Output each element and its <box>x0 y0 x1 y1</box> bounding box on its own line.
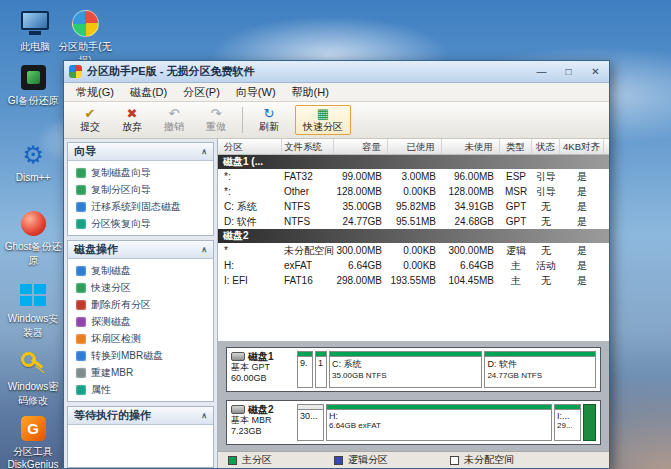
partition-block[interactable]: D: 软件 24.77GB NTFS <box>484 351 596 388</box>
desktop-icon-label: Dism++ <box>16 172 50 183</box>
column-header[interactable]: 未使用 <box>442 139 500 154</box>
sidebar-item[interactable]: 快速分区 <box>70 279 211 296</box>
item-icon <box>76 283 86 293</box>
item-icon <box>76 334 86 344</box>
refresh-button[interactable]: ↻ 刷新 <box>249 107 289 133</box>
partition-block[interactable]: H: 6.64GB exFAT <box>326 404 552 441</box>
column-header[interactable]: 分区 <box>218 139 282 154</box>
section-header-pending[interactable]: 等待执行的操作 ∧ <box>68 407 213 425</box>
toolbar-button[interactable]: ✔ 提交 <box>70 107 110 133</box>
sidebar-item[interactable]: 坏扇区检测 <box>70 330 211 347</box>
table-row[interactable]: *: Other 128.00MB 0.00KB 128.00MB MSR 引导… <box>218 184 609 199</box>
item-icon <box>76 202 86 212</box>
key-icon <box>18 348 48 378</box>
titlebar[interactable]: 分区助手PE版 - 无损分区免费软件 — □ ✕ <box>64 61 609 83</box>
partition-block[interactable]: 9. <box>297 351 313 388</box>
menu-item[interactable]: 帮助(H) <box>284 83 337 102</box>
section-header-disk-ops[interactable]: 磁盘操作 ∧ <box>68 241 213 259</box>
legend-item: 主分区 <box>228 453 272 467</box>
column-header[interactable]: 容量 <box>334 139 388 154</box>
hard-drive-icon <box>231 352 245 361</box>
partition-block[interactable]: C: 系统 35.00GB NTFS <box>329 351 482 388</box>
sidebar-item[interactable]: 属性 <box>70 381 211 398</box>
toolbar-button-icon: ↷ <box>211 107 222 121</box>
toolbar-button[interactable]: ✖ 放弃 <box>112 107 152 133</box>
partition-block[interactable]: 30... <box>297 404 324 441</box>
column-header[interactable]: 类型 <box>500 139 532 154</box>
item-icon <box>76 385 86 395</box>
pending-operations-list <box>68 425 213 467</box>
app-icon <box>69 65 82 78</box>
legend-swatch <box>334 456 343 465</box>
toolbar-button-label: 提交 <box>80 121 100 133</box>
toolbar-button[interactable]: ↷ 重做 <box>196 107 236 133</box>
table-row[interactable]: D: 软件 NTFS 24.77GB 95.51MB 24.68GB GPT 无… <box>218 214 609 229</box>
sidebar-item[interactable]: 删除所有分区 <box>70 296 211 313</box>
sidebar-item[interactable]: 探测磁盘 <box>70 313 211 330</box>
windows-logo-icon <box>18 280 48 310</box>
desktop-icon-diskgenius[interactable]: G 分区工具DiskGenius <box>4 413 62 469</box>
menu-item[interactable]: 常规(G) <box>68 83 122 102</box>
legend-label: 未分配空间 <box>464 453 514 467</box>
partition-block[interactable]: 1 <box>315 351 327 388</box>
partition-block[interactable] <box>583 404 596 441</box>
menu-bar: 常规(G)磁盘(D)分区(P)向导(W)帮助(H) <box>64 83 609 102</box>
hard-drive-icon <box>231 405 245 414</box>
item-icon <box>76 368 86 378</box>
column-header[interactable]: 状态 <box>532 139 560 154</box>
toolbar-button-label: 撤销 <box>164 121 184 133</box>
toolbar-separator <box>242 107 243 133</box>
table-row[interactable]: * 未分配空间 300.00MB 0.00KB 300.00MB 逻辑 无 是 <box>218 243 609 258</box>
desktop-icon-ghost-backup[interactable]: Ghost备份还原 <box>4 208 62 268</box>
item-icon <box>76 185 86 195</box>
legend-label: 主分区 <box>242 453 272 467</box>
desktop-icon-label: Windows安装器 <box>4 312 62 340</box>
sidebar-item[interactable]: 分区恢复向导 <box>70 215 211 232</box>
toolbar-button-icon: ✔ <box>85 107 96 121</box>
ghost-sphere-icon <box>18 208 48 238</box>
section-header-wizards[interactable]: 向导 ∧ <box>68 143 213 161</box>
column-header[interactable]: 已使用 <box>388 139 442 154</box>
disk-group-row-2[interactable]: 磁盘2 <box>218 229 609 243</box>
toolbar-button-icon: ✖ <box>127 107 138 121</box>
partition-table: 分区 文件系统 容量 已使用 未使用 类型 状态 4KB对齐 磁盘1 (... … <box>218 139 609 468</box>
sidebar-item[interactable]: 复制磁盘 <box>70 262 211 279</box>
desktop-icon-partition-assistant[interactable]: 分区助手(无损) <box>56 8 114 68</box>
disk1-panel[interactable]: 磁盘1 基本 GPT 60.00GB 9. 1 <box>226 347 601 392</box>
legend-swatch <box>228 456 237 465</box>
desktop-icon-dism[interactable]: ⚙ Dism++ <box>4 140 62 183</box>
minimize-button[interactable]: — <box>528 61 555 82</box>
toolbar-button[interactable]: ↶ 撤销 <box>154 107 194 133</box>
maximize-button[interactable]: □ <box>555 61 582 82</box>
sidebar-item[interactable]: 复制磁盘向导 <box>70 164 211 181</box>
menu-item[interactable]: 磁盘(D) <box>122 83 175 102</box>
sidebar-item[interactable]: 重建MBR <box>70 364 211 381</box>
item-icon <box>76 168 86 178</box>
disk-kind: 基本 GPT <box>231 362 293 373</box>
table-row[interactable]: *: FAT32 99.00MB 3.00MB 96.00MB ESP 引导 是 <box>218 169 609 184</box>
desktop-icon-label: GI备份还原 <box>8 94 59 108</box>
chevron-up-icon: ∧ <box>201 411 207 420</box>
sidebar-item[interactable]: 复制分区向导 <box>70 181 211 198</box>
quick-partition-button[interactable]: ▦ 快速分区 <box>295 105 351 135</box>
computer-icon <box>20 8 50 38</box>
disk2-panel[interactable]: 磁盘2 基本 MBR 7.23GB 30... H: 6.6 <box>226 400 601 445</box>
table-row[interactable]: C: 系统 NTFS 35.00GB 95.82MB 34.91GB GPT 无… <box>218 199 609 214</box>
menu-item[interactable]: 向导(W) <box>228 83 284 102</box>
close-button[interactable]: ✕ <box>582 61 609 82</box>
table-row[interactable]: I: EFI FAT16 298.00MB 193.55MB 104.45MB … <box>218 273 609 288</box>
sidebar-item[interactable]: 转换到MBR磁盘 <box>70 347 211 364</box>
desktop-icon-windows-installer[interactable]: Windows安装器 <box>4 280 62 340</box>
desktop-icon-gi-backup[interactable]: GI备份还原 <box>4 62 62 108</box>
sidebar-item[interactable]: 迁移系统到固态磁盘 <box>70 198 211 215</box>
column-header[interactable]: 4KB对齐 <box>560 139 604 154</box>
partition-block[interactable]: I:... 29... <box>554 404 581 441</box>
desktop-icon-windows-password[interactable]: Windows密码修改 <box>4 348 62 408</box>
table-row[interactable]: H: exFAT 6.64GB 0.00KB 6.64GB 主 活动 是 <box>218 258 609 273</box>
disk-group-row-1[interactable]: 磁盘1 (... <box>218 155 609 169</box>
column-header[interactable]: 文件系统 <box>282 139 334 154</box>
toolbar-button-label: 重做 <box>206 121 226 133</box>
disk-name: 磁盘2 <box>248 404 274 415</box>
item-icon <box>76 351 86 361</box>
menu-item[interactable]: 分区(P) <box>175 83 228 102</box>
